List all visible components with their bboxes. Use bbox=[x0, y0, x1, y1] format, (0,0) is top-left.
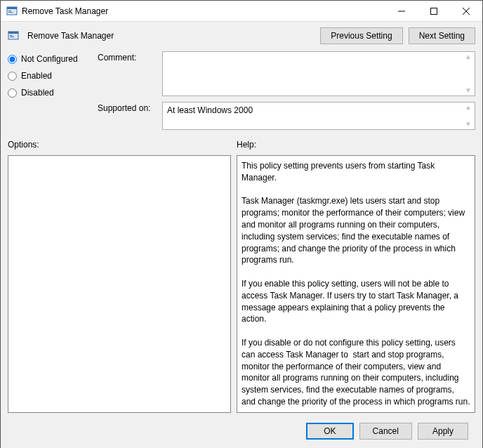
radio-disabled[interactable]: Disabled bbox=[8, 88, 92, 98]
radio-disabled-label: Disabled bbox=[21, 88, 54, 98]
window-title: Remove Task Manager bbox=[22, 6, 385, 16]
radio-enabled-input[interactable] bbox=[8, 72, 17, 81]
supported-label: Supported on: bbox=[98, 102, 158, 113]
radio-enabled[interactable]: Enabled bbox=[8, 71, 92, 81]
close-button[interactable] bbox=[450, 1, 482, 22]
comment-input[interactable]: ▲▼ bbox=[162, 51, 475, 96]
previous-setting-button[interactable]: Previous Setting bbox=[320, 27, 402, 44]
cancel-button[interactable]: Cancel bbox=[359, 423, 412, 440]
help-label: Help: bbox=[237, 140, 475, 150]
svg-rect-1 bbox=[7, 7, 17, 9]
supported-on-value: At least Windows 2000 bbox=[167, 105, 253, 115]
radio-not-configured-label: Not Configured bbox=[21, 54, 78, 64]
radio-not-configured[interactable]: Not Configured bbox=[8, 54, 92, 64]
policy-name: Remove Task Manager bbox=[8, 30, 320, 41]
comment-scrollbar[interactable]: ▲▼ bbox=[463, 53, 473, 94]
dialog-window: Remove Task Manager Remove Task Manager … bbox=[0, 0, 483, 448]
options-panel bbox=[8, 155, 231, 413]
panel-labels-row: Options: Help: bbox=[8, 140, 475, 150]
svg-rect-10 bbox=[10, 35, 13, 36]
config-row: Not Configured Enabled Disabled Comment:… bbox=[8, 51, 475, 130]
next-setting-button[interactable]: Next Setting bbox=[409, 27, 475, 44]
radio-disabled-input[interactable] bbox=[8, 88, 17, 98]
title-bar: Remove Task Manager bbox=[1, 1, 482, 22]
comment-row: Comment: ▲▼ bbox=[98, 51, 475, 96]
supported-scrollbar[interactable]: ▲▼ bbox=[463, 104, 473, 128]
svg-rect-5 bbox=[431, 8, 437, 14]
supported-row: Supported on: At least Windows 2000 ▲▼ bbox=[98, 102, 475, 130]
state-radio-group: Not Configured Enabled Disabled bbox=[8, 51, 92, 98]
svg-rect-3 bbox=[8, 12, 13, 13]
apply-button[interactable]: Apply bbox=[418, 423, 468, 440]
header-row: Remove Task Manager Previous Setting Nex… bbox=[8, 27, 475, 44]
help-panel: This policy setting prevents users from … bbox=[237, 155, 475, 413]
comment-label: Comment: bbox=[98, 51, 158, 62]
nav-buttons: Previous Setting Next Setting bbox=[320, 27, 475, 44]
policy-icon bbox=[6, 6, 18, 17]
panels-row: This policy setting prevents users from … bbox=[8, 155, 475, 413]
supported-on-field: At least Windows 2000 ▲▼ bbox=[162, 102, 475, 130]
svg-rect-11 bbox=[10, 37, 14, 37]
minimize-button[interactable] bbox=[385, 1, 418, 22]
svg-rect-2 bbox=[8, 11, 11, 11]
policy-icon bbox=[8, 30, 19, 41]
radio-not-configured-input[interactable] bbox=[8, 55, 17, 64]
radio-enabled-label: Enabled bbox=[21, 71, 52, 81]
maximize-button[interactable] bbox=[418, 1, 450, 22]
dialog-body: Remove Task Manager Previous Setting Nex… bbox=[1, 22, 482, 448]
svg-rect-9 bbox=[8, 32, 18, 34]
dialog-footer: OK Cancel Apply bbox=[8, 417, 475, 445]
options-label: Options: bbox=[8, 140, 237, 150]
policy-name-label: Remove Task Manager bbox=[27, 31, 114, 41]
ok-button[interactable]: OK bbox=[306, 423, 353, 440]
comment-supported-column: Comment: ▲▼ Supported on: At least Windo… bbox=[98, 51, 475, 130]
